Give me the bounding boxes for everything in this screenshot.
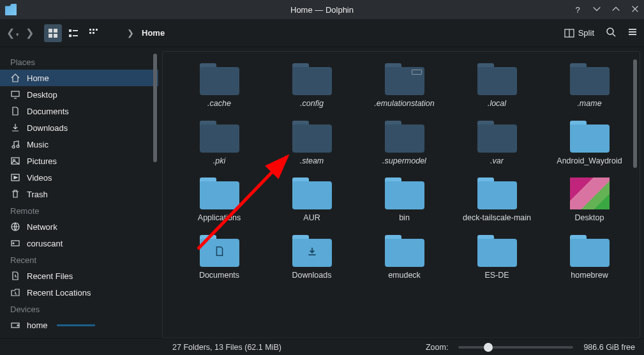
- places-panel: Places Home Desktop Documents Downloads …: [0, 47, 158, 338]
- file-item[interactable]: .config: [267, 61, 357, 112]
- file-item-label: .mame: [577, 99, 601, 109]
- file-item-label: Applications: [198, 213, 241, 223]
- file-item-label: .local: [488, 99, 506, 109]
- sidebar-item-label: Recent Locations: [27, 288, 91, 298]
- file-item[interactable]: Applications: [174, 175, 264, 226]
- svg-rect-4: [69, 29, 71, 32]
- sidebar-item-recent-locations[interactable]: Recent Locations: [0, 284, 158, 301]
- sidebar-item-pictures[interactable]: Pictures: [0, 153, 158, 169]
- sidebar-item-videos[interactable]: Videos: [0, 169, 158, 186]
- svg-rect-3: [54, 34, 57, 38]
- svg-rect-5: [73, 30, 78, 31]
- file-item-label: Android_Waydroid: [557, 156, 622, 167]
- folder-icon: [477, 63, 517, 95]
- file-item-label: Downloads: [292, 271, 332, 281]
- file-item[interactable]: deck-tailscale-main: [452, 175, 542, 226]
- file-item-label: .pki: [213, 156, 225, 167]
- downloads-icon: [10, 123, 20, 133]
- breadcrumb[interactable]: ❯ Home: [108, 28, 559, 38]
- file-item-label: .cache: [207, 99, 231, 109]
- zoom-slider[interactable]: [458, 346, 573, 349]
- maximize-button[interactable]: [611, 4, 621, 15]
- file-item[interactable]: .steam: [267, 118, 357, 169]
- toolbar: ❮▾ ❯ ❯ Home Split: [0, 19, 644, 47]
- desktop-icon: [10, 89, 20, 100]
- breadcrumb-current[interactable]: Home: [142, 28, 165, 38]
- sidebar-item-label: Desktop: [27, 90, 57, 100]
- drive-icon: [10, 320, 20, 330]
- file-item[interactable]: Android_Waydroid: [544, 118, 634, 169]
- forward-button[interactable]: ❯: [26, 27, 34, 39]
- file-item[interactable]: AUR: [267, 175, 357, 226]
- file-item[interactable]: Documents: [174, 232, 264, 283]
- svg-line-16: [613, 34, 615, 36]
- folder-icon: [200, 63, 239, 95]
- svg-point-15: [607, 28, 613, 34]
- file-item[interactable]: Downloads: [267, 232, 357, 283]
- videos-icon: [10, 172, 20, 183]
- file-view[interactable]: .cache.config.emulationstation.local.mam…: [162, 51, 640, 338]
- menu-button[interactable]: [627, 27, 638, 39]
- view-compact-button[interactable]: [64, 24, 82, 42]
- sidebar-item-home[interactable]: Home: [0, 70, 158, 86]
- help-button[interactable]: ?: [573, 5, 583, 15]
- file-item[interactable]: homebrew: [544, 232, 634, 283]
- svg-rect-9: [93, 29, 94, 31]
- file-item-label: AUR: [303, 213, 320, 223]
- app-icon: [5, 4, 17, 15]
- disk-usage-bar: [57, 324, 95, 326]
- svg-rect-10: [96, 29, 98, 31]
- free-space: 986.6 GiB free: [583, 343, 635, 352]
- content-scrollbar[interactable]: [633, 59, 637, 330]
- file-item[interactable]: emudeck: [359, 232, 449, 283]
- file-item[interactable]: .mame: [544, 61, 634, 112]
- statusbar: 27 Folders, 13 Files (62.1 MiB) Zoom: 98…: [0, 338, 644, 355]
- file-item[interactable]: .var: [452, 118, 542, 169]
- file-item[interactable]: .local: [452, 61, 542, 112]
- sidebar-item-coruscant[interactable]: coruscant: [0, 235, 158, 252]
- folder-icon: [570, 121, 610, 153]
- sidebar-item-recent-files[interactable]: Recent Files: [0, 268, 158, 284]
- sidebar-item-label: Videos: [27, 173, 52, 183]
- sidebar-item-downloads[interactable]: Downloads: [0, 119, 158, 136]
- folder-icon: [477, 178, 517, 209]
- file-item-label: .emulationstation: [374, 99, 435, 109]
- sidebar-item-desktop[interactable]: Desktop: [0, 86, 158, 103]
- sidebar-item-music[interactable]: Music: [0, 136, 158, 153]
- view-icons-button[interactable]: [44, 24, 62, 42]
- pictures-icon: [10, 156, 20, 166]
- view-details-button[interactable]: [85, 24, 103, 42]
- file-item-label: .config: [300, 99, 324, 109]
- close-button[interactable]: [630, 4, 640, 15]
- file-item[interactable]: .emulationstation: [359, 61, 449, 112]
- sidebar-item-device-home[interactable]: home: [0, 317, 158, 333]
- file-item[interactable]: .supermodel: [359, 118, 449, 169]
- minimize-button[interactable]: [592, 4, 602, 15]
- sidebar-item-network[interactable]: Network: [0, 218, 158, 235]
- folder-icon: [292, 235, 332, 267]
- sidebar-item-label: Home: [27, 73, 49, 83]
- file-item[interactable]: ES-DE: [452, 232, 542, 283]
- remote-header: Remote: [0, 202, 158, 218]
- file-item[interactable]: .cache: [174, 61, 264, 112]
- file-item-label: deck-tailscale-main: [463, 213, 531, 223]
- file-item-label: Documents: [199, 271, 239, 281]
- sidebar-item-documents[interactable]: Documents: [0, 103, 158, 119]
- file-item-label: bin: [399, 213, 410, 223]
- remote-host-icon: [10, 238, 20, 248]
- folder-icon: [292, 121, 332, 153]
- folder-icon: [570, 63, 610, 95]
- svg-rect-12: [93, 32, 94, 34]
- search-button[interactable]: [606, 27, 616, 39]
- recent-files-icon: [10, 271, 20, 281]
- file-item[interactable]: bin: [359, 175, 449, 226]
- split-button[interactable]: Split: [564, 28, 594, 38]
- sidebar-scrollbar[interactable]: [153, 54, 157, 162]
- file-item[interactable]: Desktop: [544, 175, 634, 226]
- back-button[interactable]: ❮▾: [6, 27, 19, 39]
- sidebar-item-trash[interactable]: Trash: [0, 186, 158, 202]
- svg-rect-7: [73, 35, 78, 36]
- sidebar-item-label: Trash: [27, 190, 48, 199]
- file-item[interactable]: .pki: [174, 118, 264, 169]
- folder-icon: [385, 178, 424, 209]
